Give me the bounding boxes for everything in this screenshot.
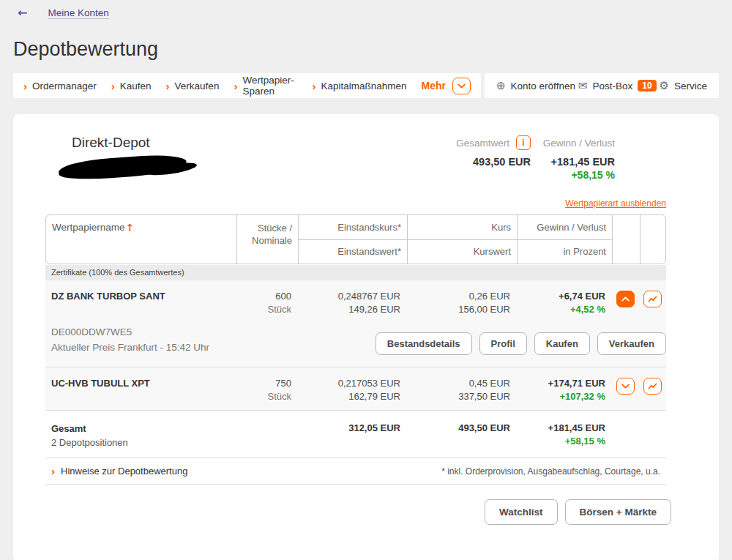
price-source: Aktueller Preis Frankfurt - 15:42 Uhr — [51, 340, 209, 355]
gain-loss-cell: +174,71 EUR +107,32 % — [516, 377, 611, 403]
column-header-label: Stücke / — [243, 222, 292, 234]
row-detail: DE000DDW7WE5 Aktueller Preis Frankfurt -… — [45, 323, 666, 367]
hints-link-label: Hinweise zur Depotbewertung — [61, 466, 187, 477]
column-header-gain-loss: Gewinn / Verlust in Prozent — [517, 215, 612, 264]
gain-loss-cell: +6,74 EUR +4,52 % — [516, 290, 611, 316]
boersen-maerkte-button[interactable]: Börsen + Märkte — [565, 499, 671, 525]
total-value-column: Gesamtwert i 493,50 EUR — [437, 135, 531, 181]
link-row: Wertpapierart ausblenden — [13, 196, 719, 209]
nav-item-kapitalmassnahmen[interactable]: › Kapitalmaßnahmen — [312, 81, 406, 92]
position-count: 2 Depotpositionen — [51, 436, 297, 449]
depot-header: Direkt-Depot Gesamtwert i 493,50 EUR Gew… — [13, 114, 719, 181]
cost-footnote: * inkl. Orderprovision, Ausgabeaufschlag… — [441, 466, 660, 477]
column-header-qty: Stücke / Nominale — [236, 215, 298, 264]
table-row: UC-HVB TUBULL XPT 750 Stück 0,217053 EUR… — [45, 367, 666, 410]
hints-link[interactable]: › Hinweise zur Depotbewertung — [51, 466, 187, 477]
nav-item-verkaufen[interactable]: › Verkaufen — [166, 81, 220, 92]
back-arrow-icon[interactable]: ← — [18, 6, 27, 20]
gain-loss-percent: +4,52 % — [516, 303, 605, 316]
chart-cell — [639, 290, 666, 316]
toggle-cell — [611, 290, 639, 316]
total-market-value: 493,50 EUR — [406, 422, 516, 449]
chevron-down-icon — [621, 384, 630, 389]
nav-item-kaufen[interactable]: › Kaufen — [111, 81, 152, 92]
total-cost-value: 312,05 EUR — [297, 422, 406, 449]
gain-loss: +6,74 EUR — [516, 290, 605, 303]
nav-item-wertpapier-sparen[interactable]: › Wertpapier-Sparen — [234, 75, 297, 97]
gain-loss: +174,71 EUR — [516, 377, 605, 390]
column-header-label: Einstandskurs* — [299, 215, 407, 240]
watchlist-button[interactable]: Watchlist — [485, 499, 558, 525]
more-label[interactable]: Mehr — [422, 80, 446, 92]
collapse-row-button[interactable] — [616, 291, 635, 307]
column-header-label: Einstandswert* — [299, 240, 407, 264]
price-cell: 0,26 EUR 156,00 EUR — [406, 290, 516, 316]
column-header-chart — [640, 215, 666, 264]
action-label: Service — [674, 81, 707, 92]
info-button[interactable]: i — [516, 135, 531, 150]
footer-buttons: Watchlist Börsen + Märkte — [13, 499, 671, 525]
total-row: Gesamt 2 Depotpositionen 312,05 EUR 493,… — [45, 411, 666, 458]
bestandsdetails-button[interactable]: Bestandsdetails — [376, 332, 472, 355]
nav-row: › Ordermanager › Kaufen › Verkaufen › We… — [13, 73, 719, 98]
depot-identity: Direkt-Depot — [72, 135, 187, 181]
hints-row: › Hinweise zur Depotbewertung * inkl. Or… — [45, 458, 666, 484]
cost-value: 149,26 EUR — [297, 303, 400, 316]
profil-button[interactable]: Profil — [479, 332, 527, 355]
chart-button[interactable] — [643, 378, 662, 395]
chevron-right-icon: › — [234, 81, 237, 92]
more-dropdown-button[interactable] — [452, 78, 471, 94]
envelope-icon: ✉ — [578, 81, 588, 92]
back-link-meine-konten[interactable]: Meine Konten — [48, 7, 108, 18]
price-cell: 0,45 EUR 337,50 EUR — [406, 377, 516, 403]
column-header-label: Nominale — [243, 234, 292, 247]
verkaufen-button[interactable]: Verkaufen — [597, 332, 666, 355]
kaufen-button[interactable]: Kaufen — [534, 332, 590, 355]
cost-cell: 0,217053 EUR 162,79 EUR — [297, 377, 406, 403]
chart-line-icon — [648, 295, 657, 303]
service-button[interactable]: ⚙ Service — [660, 81, 707, 92]
chevron-right-icon: › — [51, 466, 55, 477]
nav-actions: ⊕ Konto eröffnen ✉ Post-Box 10 ⚙ Service — [485, 73, 719, 98]
plus-circle-icon: ⊕ — [496, 81, 506, 92]
open-account-button[interactable]: ⊕ Konto eröffnen — [496, 81, 575, 92]
column-header-name[interactable]: Wertpapiername ↑ — [46, 215, 236, 264]
cost-value: 162,79 EUR — [297, 390, 400, 403]
column-header-label: in Prozent — [518, 240, 612, 264]
action-label: Konto eröffnen — [511, 81, 575, 92]
chart-button[interactable] — [643, 291, 662, 307]
postbox-button[interactable]: ✉ Post-Box 10 — [578, 80, 657, 92]
total-value-label: Gesamtwert — [456, 138, 509, 149]
redacted-account-holder — [58, 153, 187, 182]
total-label: Gesamt — [51, 422, 297, 436]
market-value: 337,50 EUR — [406, 390, 510, 403]
total-label-cell: Gesamt 2 Depotpositionen — [45, 422, 297, 449]
qty-value: 600 — [236, 290, 291, 303]
nav-more: Mehr — [422, 78, 471, 94]
hide-security-type-link[interactable]: Wertpapierart ausblenden — [565, 198, 666, 209]
table-row: DZ BANK TURBOP SANT 600 Stück 0,248767 E… — [45, 280, 666, 323]
positions-table: Wertpapiername ↑ Stücke / Nominale Einst… — [45, 214, 666, 485]
column-header-label: Wertpapiername — [52, 222, 125, 233]
group-band-zertifikate: Zertifikate (100% des Gesamtwertes) — [45, 265, 666, 280]
depot-name: Direkt-Depot — [72, 135, 187, 151]
market-value: 156,00 EUR — [406, 303, 510, 316]
total-value: 493,50 EUR — [437, 156, 531, 168]
security-name: UC-HVB TUBULL XPT — [45, 377, 236, 403]
qty-value: 750 — [236, 377, 291, 390]
chevron-down-icon — [458, 83, 466, 89]
nav-item-ordermanager[interactable]: › Ordermanager — [23, 81, 97, 92]
expand-row-button[interactable] — [616, 378, 635, 395]
toggle-cell — [611, 377, 639, 403]
column-header-toggle — [612, 215, 640, 264]
security-detail-info: DE000DDW7WE5 Aktueller Preis Frankfurt -… — [51, 324, 209, 355]
column-header-label: Gewinn / Verlust — [518, 215, 612, 240]
depot-card: Direkt-Depot Gesamtwert i 493,50 EUR Gew… — [13, 114, 719, 560]
price: 0,45 EUR — [406, 377, 510, 390]
topbar: ← Meine Konten — [0, 0, 732, 20]
chevron-right-icon: › — [166, 81, 170, 92]
action-label: Post-Box — [592, 81, 632, 92]
gain-loss-percent: +107,32 % — [516, 390, 605, 403]
gain-loss-label: Gewinn / Verlust — [543, 138, 615, 149]
table-header: Wertpapiername ↑ Stücke / Nominale Einst… — [45, 214, 666, 264]
